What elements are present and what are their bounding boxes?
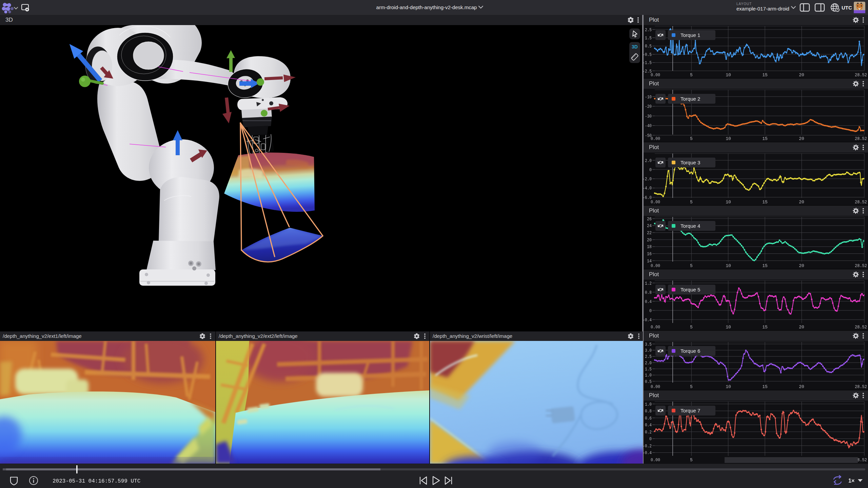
svg-text:15: 15 xyxy=(762,136,768,141)
svg-text:5: 5 xyxy=(690,200,693,205)
svg-text:28.52: 28.52 xyxy=(855,325,867,330)
svg-text:14: 14 xyxy=(647,259,652,264)
svg-text:0.00: 0.00 xyxy=(651,458,660,463)
svg-text:Torque 5: Torque 5 xyxy=(680,287,700,292)
svg-text:Plot: Plot xyxy=(649,207,659,214)
svg-text:2023-05-31 04:16:57.599 UTC: 2023-05-31 04:16:57.599 UTC xyxy=(53,478,140,484)
svg-text:16: 16 xyxy=(647,251,652,257)
svg-text:5: 5 xyxy=(690,325,693,330)
svg-text:-40: -40 xyxy=(645,123,652,128)
svg-text:0: 0 xyxy=(649,308,652,313)
svg-text:10: 10 xyxy=(726,325,731,330)
svg-text:-0.5: -0.5 xyxy=(643,52,652,57)
svg-text:-0.2: -0.2 xyxy=(643,444,652,449)
svg-text:20: 20 xyxy=(647,238,652,243)
svg-text:-1.5: -1.5 xyxy=(643,60,652,65)
svg-text:2.5: 2.5 xyxy=(645,27,652,33)
svg-text:20: 20 xyxy=(799,73,804,78)
svg-text:0.00: 0.00 xyxy=(651,325,660,330)
svg-text:Plot: Plot xyxy=(649,17,659,23)
svg-text:20: 20 xyxy=(799,200,804,205)
svg-text:28.52: 28.52 xyxy=(855,384,867,389)
svg-text:2.5: 2.5 xyxy=(645,354,652,359)
svg-text:10: 10 xyxy=(726,200,731,205)
svg-text:-4.0: -4.0 xyxy=(643,186,652,191)
svg-text:10: 10 xyxy=(726,263,731,268)
svg-text:5: 5 xyxy=(690,263,693,268)
svg-text:0.2: 0.2 xyxy=(645,430,652,435)
svg-text:-30: -30 xyxy=(645,114,652,119)
svg-text:0.00: 0.00 xyxy=(651,200,660,205)
svg-text:15: 15 xyxy=(762,325,768,330)
svg-text:1.5: 1.5 xyxy=(645,36,652,41)
svg-text:22: 22 xyxy=(647,230,652,236)
svg-text:0.6: 0.6 xyxy=(645,416,652,421)
svg-text:15: 15 xyxy=(762,263,768,268)
svg-text:-2.0: -2.0 xyxy=(643,177,652,182)
svg-text:0.5: 0.5 xyxy=(645,379,652,384)
svg-text:28.52: 28.52 xyxy=(855,136,867,141)
svg-text:-6.0: -6.0 xyxy=(643,195,652,200)
svg-text:10: 10 xyxy=(726,136,731,141)
svg-text:1.2: 1.2 xyxy=(645,281,652,286)
svg-text:10: 10 xyxy=(726,73,731,78)
svg-text:Torque 4: Torque 4 xyxy=(680,223,700,229)
svg-text:28.52: 28.52 xyxy=(855,263,867,268)
svg-text:0.00: 0.00 xyxy=(651,136,660,141)
svg-text:0.00: 0.00 xyxy=(651,384,660,389)
svg-text:0.00: 0.00 xyxy=(651,263,660,268)
svg-text:2.0: 2.0 xyxy=(645,158,652,163)
svg-text:5: 5 xyxy=(690,136,693,141)
svg-text:15: 15 xyxy=(762,384,768,389)
svg-text:1.0: 1.0 xyxy=(645,373,652,378)
svg-text:Plot: Plot xyxy=(649,392,659,399)
svg-text:-20: -20 xyxy=(645,104,652,109)
svg-text:28.52: 28.52 xyxy=(855,200,867,205)
svg-text:0: 0 xyxy=(649,167,652,172)
svg-text:5: 5 xyxy=(690,384,693,389)
svg-text:0.8: 0.8 xyxy=(645,290,652,295)
svg-text:Torque 3: Torque 3 xyxy=(680,160,700,165)
svg-text:Plot: Plot xyxy=(649,144,659,150)
svg-text:3.0: 3.0 xyxy=(645,348,652,353)
svg-text:20: 20 xyxy=(799,384,804,389)
svg-text:-0.4: -0.4 xyxy=(643,450,652,455)
svg-text:10: 10 xyxy=(726,384,731,389)
svg-text:5: 5 xyxy=(690,458,693,463)
svg-text:0.8: 0.8 xyxy=(645,409,652,414)
svg-text:20: 20 xyxy=(799,136,804,141)
svg-text:1×: 1× xyxy=(848,478,854,484)
svg-text:3.5: 3.5 xyxy=(645,342,652,347)
svg-text:Torque 7: Torque 7 xyxy=(680,408,700,413)
svg-text:26: 26 xyxy=(647,217,652,222)
svg-text:0: 0 xyxy=(649,436,652,442)
svg-text:18: 18 xyxy=(647,244,652,249)
svg-text:20: 20 xyxy=(799,325,804,330)
svg-text:0.4: 0.4 xyxy=(645,299,652,304)
svg-text:-0.4: -0.4 xyxy=(643,318,652,323)
svg-text:2.0: 2.0 xyxy=(645,361,652,366)
svg-text:Plot: Plot xyxy=(649,271,659,278)
svg-text:Plot: Plot xyxy=(649,332,659,339)
svg-text:28.52: 28.52 xyxy=(855,73,867,78)
svg-text:0.5: 0.5 xyxy=(645,44,652,49)
svg-text:1.5: 1.5 xyxy=(645,367,652,372)
svg-text:Torque 1: Torque 1 xyxy=(680,32,700,38)
svg-text:15: 15 xyxy=(762,73,768,78)
svg-text:15: 15 xyxy=(762,200,768,205)
svg-text:0.00: 0.00 xyxy=(651,73,660,78)
svg-text:-10: -10 xyxy=(645,95,652,100)
svg-text:Torque 6: Torque 6 xyxy=(680,348,700,354)
svg-text:1.0: 1.0 xyxy=(645,402,652,407)
svg-text:Torque 2: Torque 2 xyxy=(680,96,700,102)
svg-text:-2.5: -2.5 xyxy=(643,69,652,74)
svg-text:24: 24 xyxy=(647,223,652,228)
svg-text:5: 5 xyxy=(690,73,693,78)
svg-text:Plot: Plot xyxy=(649,80,659,87)
svg-text:20: 20 xyxy=(799,263,804,268)
svg-text:0.4: 0.4 xyxy=(645,423,652,428)
